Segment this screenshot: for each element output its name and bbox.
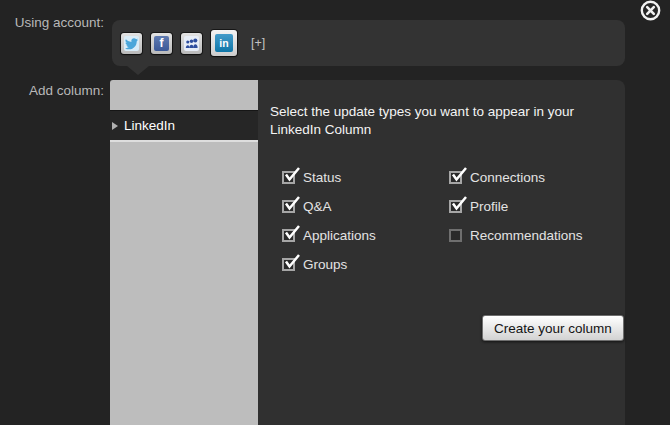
update-types-right-column: ConnectionsProfileRecommendations bbox=[449, 169, 583, 256]
linkedin-account-icon[interactable]: in bbox=[211, 30, 237, 56]
update-type-recommendations[interactable]: Recommendations bbox=[449, 227, 583, 244]
add-account-button[interactable]: [+] bbox=[251, 36, 265, 50]
update-type-q-a[interactable]: Q&A bbox=[282, 198, 376, 215]
checkbox-checked-icon[interactable] bbox=[282, 229, 295, 242]
checkbox-checked-icon[interactable] bbox=[282, 200, 295, 213]
linkedin-logo-icon: in bbox=[215, 34, 233, 52]
checkbox-label: Connections bbox=[470, 170, 545, 185]
create-column-button[interactable]: Create your column bbox=[482, 315, 624, 341]
checkbox-checked-icon[interactable] bbox=[449, 200, 462, 213]
twitter-account-icon[interactable] bbox=[121, 33, 142, 54]
checkbox-label: Profile bbox=[470, 199, 508, 214]
checkbox-checked-icon[interactable] bbox=[449, 171, 462, 184]
facebook-account-icon[interactable]: f bbox=[151, 33, 172, 54]
checkbox-checked-icon[interactable] bbox=[282, 171, 295, 184]
update-types-left-column: StatusQ&AApplicationsGroups bbox=[282, 169, 376, 285]
update-type-groups[interactable]: Groups bbox=[282, 256, 376, 273]
checkbox-unchecked-icon[interactable] bbox=[449, 229, 462, 242]
checkbox-label: Status bbox=[303, 170, 341, 185]
column-type-sidebar: LinkedIn bbox=[110, 80, 258, 425]
update-type-profile[interactable]: Profile bbox=[449, 198, 583, 215]
checkbox-label: Groups bbox=[303, 257, 347, 272]
add-column-panel: LinkedIn Select the update types you wan… bbox=[110, 80, 625, 425]
twitter-logo-icon bbox=[124, 36, 139, 51]
facebook-logo-icon: f bbox=[154, 36, 169, 51]
update-type-connections[interactable]: Connections bbox=[449, 169, 583, 186]
checkbox-checked-icon[interactable] bbox=[282, 258, 295, 271]
add-column-label: Add column: bbox=[0, 83, 104, 98]
account-bar-pointer bbox=[127, 66, 149, 75]
sidebar-item-label: LinkedIn bbox=[124, 118, 175, 133]
checkbox-label: Q&A bbox=[303, 199, 332, 214]
column-slot bbox=[110, 80, 258, 111]
right-arrow-icon bbox=[112, 122, 118, 130]
using-account-label: Using account: bbox=[0, 15, 104, 30]
update-type-status[interactable]: Status bbox=[282, 169, 376, 186]
checkbox-label: Applications bbox=[303, 228, 376, 243]
column-slot bbox=[110, 140, 258, 425]
myspace-account-icon[interactable] bbox=[181, 33, 202, 54]
checkbox-label: Recommendations bbox=[470, 228, 583, 243]
panel-heading: Select the update types you want to appe… bbox=[270, 103, 624, 139]
update-type-applications[interactable]: Applications bbox=[282, 227, 376, 244]
close-icon[interactable] bbox=[639, 0, 662, 23]
account-bar: fin [+] bbox=[112, 20, 625, 66]
myspace-logo-icon bbox=[184, 36, 199, 51]
sidebar-item-linkedin[interactable]: LinkedIn bbox=[110, 111, 258, 140]
account-list: fin bbox=[121, 30, 246, 56]
